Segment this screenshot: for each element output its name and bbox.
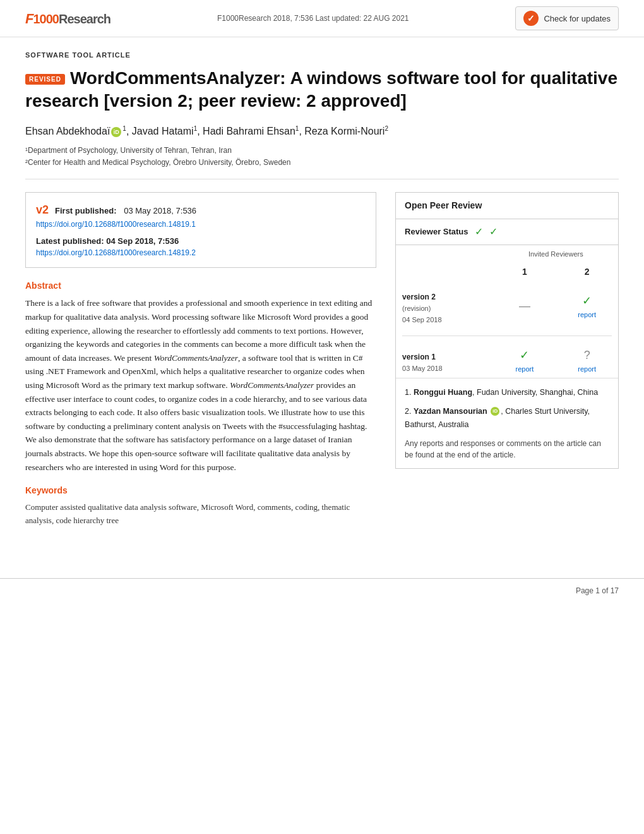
two-col-layout: v2 First published: 03 May 2018, 7:536 h… (25, 192, 619, 528)
check-green-2: ✓ (489, 224, 498, 239)
author4-name: Reza Kormi-Nouri (304, 126, 385, 137)
reviewer1-affiliation: Fudan University, Shanghai, China (477, 388, 598, 397)
author3-sup: 1 (295, 125, 299, 132)
version2-sub: (revision) (402, 305, 431, 312)
author3-name: Hadi Bahrami Ehsan (203, 126, 295, 137)
first-pub-doi-link[interactable]: https://doi.org/10.12688/f1000research.1… (36, 219, 366, 230)
page-info: Page 1 of 17 (576, 585, 619, 596)
col-left: v2 First published: 03 May 2018, 7:536 h… (25, 192, 376, 528)
revised-badge: REVISED (25, 74, 65, 85)
peer-review-panel: Open Peer Review Reviewer Status ✓ ✓ Inv… (395, 192, 619, 469)
version1-date: 03 May 2018 (402, 365, 443, 372)
check-updates-icon: ✓ (523, 11, 539, 26)
software-name-1: WordCommentsAnalyzer (154, 353, 238, 363)
v2-r2-check-icon: ✓ (562, 293, 612, 310)
logo-f-part: F (25, 11, 33, 27)
version-box: v2 First published: 03 May 2018, 7:536 h… (25, 192, 376, 269)
reviewer-status-label: Reviewer Status (405, 226, 468, 238)
section-divider (25, 179, 619, 179)
article-type: SOFTWARE TOOL ARTICLE (25, 50, 619, 61)
version-intro: v2 First published: 03 May 2018, 7:536 (36, 202, 366, 219)
reviewer-table: Invited Reviewers 1 2 (396, 245, 618, 378)
page-content: SOFTWARE TOOL ARTICLE REVISEDWordComment… (0, 37, 644, 553)
author1-name: Ehsan Abdekhodaï (25, 126, 110, 137)
version2-label: version 2 (revision) 04 Sep 2018 (402, 286, 487, 325)
page-header: F1000Research F1000Research 2018, 7:536 … (0, 0, 644, 37)
version1-label: version 1 03 May 2018 (402, 346, 487, 374)
abstract-title: Abstract (25, 279, 376, 293)
f1000-logo: F1000Research (25, 8, 110, 29)
reviewer-status-row: Reviewer Status ✓ ✓ (396, 219, 618, 245)
reviewer1-entry: 1. Ronggui Huang, Fudan University, Shan… (405, 386, 609, 399)
reviewer2-name: Yazdan Mansourian (414, 407, 487, 416)
authors-block: Ehsan AbdekhodaïiD1, Javad Hatami1, Hadi… (25, 124, 619, 169)
author2-name: Javad Hatami (132, 126, 194, 137)
reviewer2-orcid-icon: iD (491, 407, 499, 416)
article-title-block: REVISEDWordCommentsAnalyzer: A windows s… (25, 67, 619, 113)
author1-orcid-icon: iD (111, 127, 121, 137)
reviewer2-entry: 2. Yazdan Mansourian iD, Charles Sturt U… (405, 405, 609, 432)
reviewers-list: 1. Ronggui Huang, Fudan University, Shan… (396, 378, 618, 468)
reviewer1-num: 1. (405, 388, 414, 397)
reviewer-col-2-header: 2 (556, 262, 618, 282)
version2-date: 04 Sep 2018 (402, 316, 441, 323)
software-name-2: WordCommentsAnalyzer (230, 380, 314, 390)
page: F1000Research F1000Research 2018, 7:536 … (0, 0, 644, 834)
logo-1000-part: 1000 (33, 12, 59, 26)
v1-r1-check-icon: ✓ (500, 347, 550, 364)
page-footer: Page 1 of 17 (0, 578, 644, 603)
latest-pub-label: Latest published: 04 Sep 2018, 7:536 (36, 235, 366, 248)
abstract-section: Abstract There is a lack of free softwar… (25, 279, 376, 474)
first-pub-date: 03 May 2018, 7:536 (124, 205, 196, 217)
abstract-text: There is a lack of free software that pr… (25, 296, 376, 474)
latest-pub-doi-link[interactable]: https://doi.org/10.12688/f1000research.1… (36, 247, 366, 258)
v1-r1-report-link[interactable]: report (500, 364, 550, 375)
v2-r1-pending-icon: — (500, 298, 550, 315)
affiliation1: ¹Department of Psychology, University of… (25, 145, 619, 157)
check-green-1: ✓ (475, 224, 483, 239)
col-right: Open Peer Review Reviewer Status ✓ ✓ Inv… (395, 192, 619, 528)
v1-r2-report-link[interactable]: report (562, 364, 612, 375)
v2-r2-report-link[interactable]: report (562, 310, 612, 320)
check-updates-label: Check for updates (544, 14, 611, 23)
keywords-section: Keywords Computer assisted qualitative d… (25, 484, 376, 528)
header-meta: F1000Research 2018, 7:536 Last updated: … (217, 13, 409, 24)
peer-review-header: Open Peer Review (396, 193, 618, 219)
reviewer-col-1-header: 1 (494, 262, 556, 282)
affiliation2: ²Center for Health and Medical Psycholog… (25, 157, 619, 169)
invited-reviewers-header: Invited Reviewers (494, 245, 618, 262)
reviewer2-num: 2. (405, 407, 414, 416)
author4-sup: 2 (385, 125, 388, 132)
v1-r2-question-icon: ? (562, 347, 612, 364)
affiliations: ¹Department of Psychology, University of… (25, 145, 619, 169)
first-pub-label: First published: (55, 205, 117, 217)
check-updates-button[interactable]: ✓ Check for updates (515, 6, 619, 30)
reviewer1-name: Ronggui Huang (414, 388, 472, 397)
logo-research-part: Research (59, 12, 110, 26)
author2-sup: 1 (194, 125, 198, 132)
version-label: v2 (36, 202, 49, 219)
reviewer-note: Any reports and responses or comments on… (405, 438, 609, 461)
article-title: REVISEDWordCommentsAnalyzer: A windows s… (25, 67, 619, 113)
authors-line: Ehsan AbdekhodaïiD1, Javad Hatami1, Hadi… (25, 124, 619, 139)
keywords-title: Keywords (25, 484, 376, 497)
author1-sup: 1 (122, 125, 126, 132)
keywords-text: Computer assisted qualitative data analy… (25, 501, 376, 528)
